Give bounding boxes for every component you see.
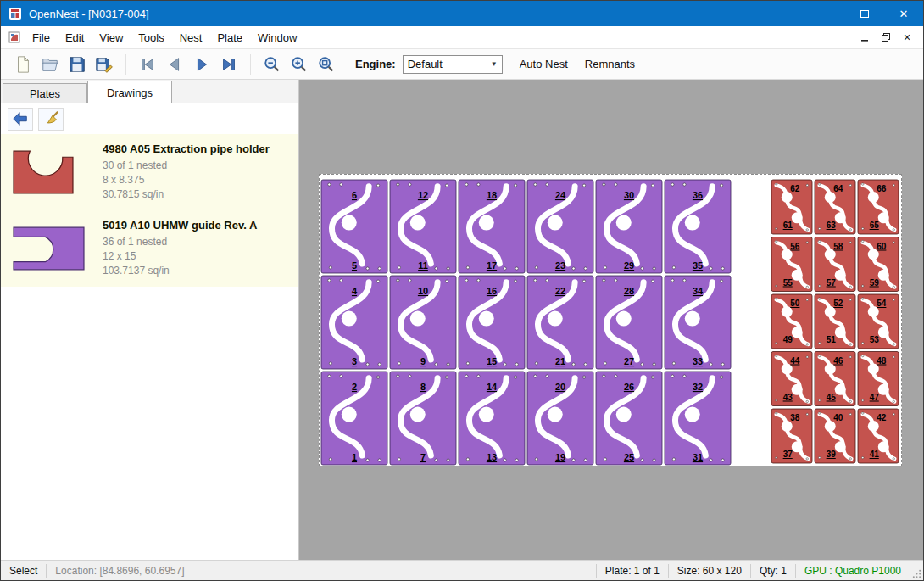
part-number[interactable]: 41 xyxy=(870,450,880,459)
part-number[interactable]: 21 xyxy=(555,356,565,366)
part-number[interactable]: 19 xyxy=(555,452,565,462)
part-number[interactable]: 54 xyxy=(877,299,887,308)
part-number[interactable]: 12 xyxy=(418,190,428,200)
part-number[interactable]: 52 xyxy=(833,299,843,308)
menu-item-tools[interactable]: Tools xyxy=(131,27,171,48)
part-number[interactable]: 50 xyxy=(790,299,800,308)
list-item-drawing-1[interactable]: 4980 A05 Extraction pipe holder 30 of 1 … xyxy=(1,134,298,210)
previous-plate-button[interactable] xyxy=(161,52,188,77)
next-plate-button[interactable] xyxy=(188,52,215,77)
remnants-button[interactable]: Remnants xyxy=(585,58,635,70)
part-number[interactable]: 66 xyxy=(877,184,887,193)
part-number[interactable]: 65 xyxy=(870,221,880,230)
part-number[interactable]: 29 xyxy=(624,260,634,271)
zoom-in-button[interactable] xyxy=(286,52,313,77)
part-number[interactable]: 25 xyxy=(624,452,634,462)
maximize-button[interactable] xyxy=(845,1,884,26)
clean-button[interactable] xyxy=(38,108,64,131)
part-number[interactable]: 57 xyxy=(827,278,837,288)
zoom-out-button[interactable] xyxy=(259,52,286,77)
part-number[interactable]: 4 xyxy=(352,286,358,296)
part-number[interactable]: 58 xyxy=(833,242,843,251)
open-file-button[interactable] xyxy=(36,52,64,77)
part-number[interactable]: 31 xyxy=(693,452,703,462)
menu-item-view[interactable]: View xyxy=(92,27,131,48)
last-plate-button[interactable] xyxy=(215,52,242,77)
save-button[interactable] xyxy=(64,52,91,77)
menu-item-window[interactable]: Window xyxy=(250,27,304,48)
part-number[interactable]: 18 xyxy=(487,190,497,200)
zoom-fit-button[interactable] xyxy=(313,52,340,77)
part-number[interactable]: 7 xyxy=(420,452,426,462)
part-number[interactable]: 30 xyxy=(624,190,634,200)
part-number[interactable]: 33 xyxy=(693,356,703,366)
part-number[interactable]: 16 xyxy=(487,286,497,296)
part-number[interactable]: 46 xyxy=(833,356,843,366)
part-number[interactable]: 9 xyxy=(420,356,426,366)
part-number[interactable]: 27 xyxy=(624,356,634,366)
part-number[interactable]: 32 xyxy=(693,382,703,392)
menu-item-file[interactable]: File xyxy=(25,27,58,48)
part-number[interactable]: 23 xyxy=(555,260,565,271)
part-number[interactable]: 53 xyxy=(870,335,880,344)
part-number[interactable]: 28 xyxy=(624,286,634,296)
part-number[interactable]: 34 xyxy=(693,286,704,296)
mdi-minimize-button[interactable] xyxy=(855,29,874,46)
part-number[interactable]: 51 xyxy=(827,335,837,344)
part-number[interactable]: 55 xyxy=(783,278,793,288)
part-number[interactable]: 59 xyxy=(870,278,880,288)
menu-item-nest[interactable]: Nest xyxy=(172,27,210,48)
part-number[interactable]: 14 xyxy=(487,382,498,392)
engine-select[interactable]: Default ▼ xyxy=(403,55,503,74)
part-number[interactable]: 39 xyxy=(827,450,837,459)
first-plate-button[interactable] xyxy=(134,52,161,77)
mdi-restore-button[interactable] xyxy=(877,29,895,46)
part-number[interactable]: 22 xyxy=(555,286,565,296)
part-number[interactable]: 44 xyxy=(790,356,800,366)
menu-item-plate[interactable]: Plate xyxy=(209,27,250,48)
menu-item-edit[interactable]: Edit xyxy=(58,27,92,48)
part-number[interactable]: 2 xyxy=(352,382,357,392)
nest-canvas[interactable]: 6512111817242330293635431091615222128273… xyxy=(299,80,923,560)
part-number[interactable]: 60 xyxy=(877,242,887,251)
part-number[interactable]: 8 xyxy=(420,382,426,392)
part-number[interactable]: 49 xyxy=(783,335,793,344)
mdi-close-button[interactable]: ✕ xyxy=(898,29,916,46)
part-number[interactable]: 47 xyxy=(870,393,880,402)
part-number[interactable]: 62 xyxy=(790,184,800,193)
part-number[interactable]: 13 xyxy=(487,452,497,462)
part-number[interactable]: 38 xyxy=(790,413,800,422)
part-number[interactable]: 48 xyxy=(877,356,887,366)
part-number[interactable]: 63 xyxy=(827,221,837,230)
part-number[interactable]: 37 xyxy=(783,450,793,459)
part-number[interactable]: 6 xyxy=(352,190,357,200)
auto-nest-button[interactable]: Auto Nest xyxy=(520,58,568,70)
list-item-drawing-2[interactable]: 5019 A10 UHMW guide Rev. A 36 of 1 neste… xyxy=(1,210,298,287)
part-number[interactable]: 26 xyxy=(624,382,634,392)
part-number[interactable]: 36 xyxy=(693,190,703,200)
part-number[interactable]: 40 xyxy=(833,413,843,422)
part-number[interactable]: 17 xyxy=(487,260,497,271)
tab-plates[interactable]: Plates xyxy=(3,83,87,103)
part-number[interactable]: 61 xyxy=(783,221,793,230)
plate-svg[interactable]: 6512111817242330293635431091615222128273… xyxy=(320,175,901,466)
save-as-button[interactable] xyxy=(91,52,118,77)
part-number[interactable]: 64 xyxy=(833,184,843,193)
part-number[interactable]: 42 xyxy=(877,413,887,422)
part-number[interactable]: 43 xyxy=(783,393,793,402)
import-button[interactable] xyxy=(8,108,33,131)
tab-drawings[interactable]: Drawings xyxy=(87,81,172,103)
part-number[interactable]: 15 xyxy=(487,356,497,366)
new-file-button[interactable] xyxy=(9,52,36,77)
part-number[interactable]: 24 xyxy=(555,190,566,200)
part-number[interactable]: 3 xyxy=(352,356,357,366)
close-button[interactable]: ✕ xyxy=(884,1,923,26)
resize-grip[interactable] xyxy=(910,561,923,580)
part-number[interactable]: 5 xyxy=(352,260,357,271)
plate[interactable]: 6512111817242330293635431091615222128273… xyxy=(319,174,902,466)
part-number[interactable]: 1 xyxy=(352,452,357,462)
part-number[interactable]: 10 xyxy=(418,286,428,296)
part-number[interactable]: 35 xyxy=(693,260,703,271)
part-number[interactable]: 45 xyxy=(827,393,837,402)
minimize-button[interactable] xyxy=(806,1,845,26)
